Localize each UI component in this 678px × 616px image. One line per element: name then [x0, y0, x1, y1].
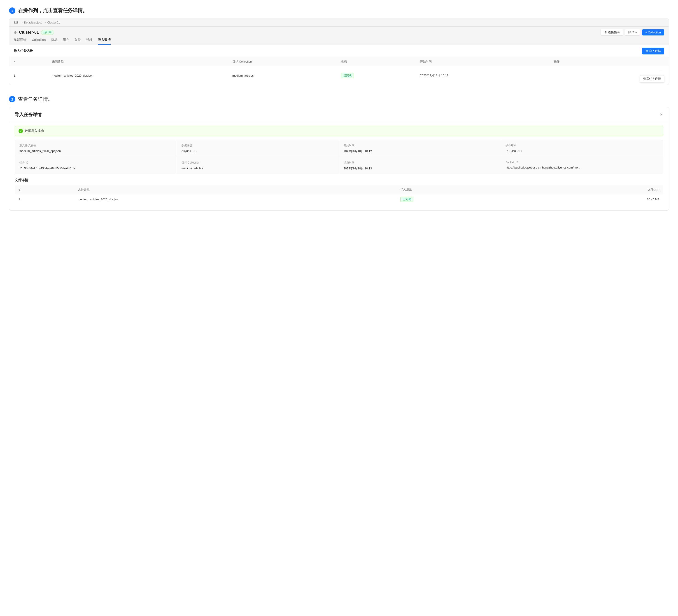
success-icon: ✓: [18, 129, 23, 133]
cluster-panel: 123 > Default project > Cluster-01 ⊕ Clu…: [9, 19, 669, 85]
end-time-label: 结束时间: [344, 161, 496, 165]
operator-label: 操作用户: [505, 144, 658, 147]
info-operator: 操作用户 RESTful-API: [501, 140, 663, 157]
tab-migrate[interactable]: 迁移: [86, 36, 92, 45]
status-badge: 已完成: [341, 73, 354, 78]
files-col-id: #: [15, 185, 74, 194]
end-time-value: 2023年9月18日 10:13: [344, 167, 496, 171]
info-bucket-uri: Bucket URI https://publicdataset.oss-cn-…: [501, 157, 663, 174]
cell-status: 已完成: [336, 66, 415, 85]
info-data-source: 数据来源 Aliyun OSS: [177, 140, 339, 157]
cluster-title-bar: ⊕ Cluster-01 运行中 🖥 连接指南 操作 ▾ + Collectio…: [9, 27, 669, 36]
step2-header: 2 查看任务详情。: [9, 96, 669, 103]
start-time-label: 开始时间: [344, 144, 496, 147]
cell-id: 1: [9, 66, 47, 85]
step2-title: 查看任务详情。: [18, 96, 53, 103]
files-table-row: 1 medium_articles_2020_dpr.json 已完成 60.4…: [15, 194, 663, 205]
table-section-title: 导入任务记录: [14, 49, 33, 53]
start-time-value: 2023年9月18日 10:12: [344, 149, 496, 153]
cluster-name: Cluster-01: [19, 30, 39, 35]
bucket-uri-value: https://publicdataset.oss-cn-hangzhou.al…: [505, 166, 658, 169]
files-section-title: 文件详情: [15, 178, 663, 182]
task-id-value: 71c96c84-dc1b-4364-aa64-2580d7a9d15a: [20, 167, 172, 170]
bucket-uri-label: Bucket URI: [505, 161, 658, 164]
cell-start-time: 2023年9月18日 10:12: [415, 66, 549, 85]
cluster-status-badge: 运行中: [41, 30, 54, 35]
source-file-label: 源文件/文件夹: [20, 144, 172, 147]
col-header-target: 目标 Collection: [228, 58, 336, 66]
success-banner: ✓ 数据导入成功: [15, 126, 663, 136]
files-section: 文件详情 # 文件分批 导入进度 文件大小 1 medium_articles_…: [15, 178, 663, 205]
step2-circle: 2: [9, 96, 15, 102]
col-header-start-time: 开始时间: [415, 58, 549, 66]
files-cell-id: 1: [15, 194, 74, 205]
cluster-icon: ⊕: [14, 30, 17, 35]
cluster-actions: 🖥 连接指南 操作 ▾ + Collection: [601, 29, 664, 36]
breadcrumb-sep-2: >: [44, 21, 46, 24]
detail-title: 导入任务详情: [15, 112, 42, 118]
step1-header: 1 在操作列，点击查看任务详情。: [9, 7, 669, 14]
breadcrumb-item-2: Default project: [24, 21, 42, 24]
import-icon: ⊞: [645, 49, 648, 53]
cluster-tabs: 集群详情 Collection 指标 用户 备份 迁移 导入数据: [9, 36, 669, 45]
cell-source: medium_articles_2020_dpr.json: [47, 66, 228, 85]
breadcrumb-sep-1: >: [21, 21, 22, 24]
target-collection-value: medium_articles: [182, 167, 334, 170]
files-table: # 文件分批 导入进度 文件大小 1 medium_articles_2020_…: [15, 185, 663, 205]
step1-title: 在操作列，点击查看任务详情。: [18, 7, 87, 14]
target-collection-label: 目标 Collection: [182, 161, 334, 165]
tab-import[interactable]: 导入数据: [98, 36, 111, 45]
tab-users[interactable]: 用户: [63, 36, 69, 45]
cell-target: medium_articles: [228, 66, 336, 85]
tab-metrics[interactable]: 指标: [51, 36, 58, 45]
collection-button[interactable]: + Collection: [642, 29, 664, 35]
view-task-detail-item[interactable]: 查看任务详情: [640, 75, 664, 82]
connect-icon: 🖥: [604, 31, 607, 34]
step2-section: 2 查看任务详情。 导入任务详情 × ✓ 数据导入成功 源文件/文件夹 medi…: [9, 96, 669, 211]
info-source-file: 源文件/文件夹 medium_articles_2020_dpr.json: [15, 140, 177, 157]
breadcrumb: 123 > Default project > Cluster-01: [9, 19, 669, 27]
import-data-button[interactable]: ⊞ 导入数据: [642, 48, 664, 55]
files-status-badge: 已完成: [400, 197, 413, 202]
detail-panel: 导入任务详情 × ✓ 数据导入成功 源文件/文件夹 medium_article…: [9, 107, 669, 211]
more-actions-button[interactable]: ···: [658, 68, 664, 73]
data-source-label: 数据来源: [182, 144, 334, 147]
files-cell-size: 60.45 MB: [531, 194, 663, 205]
cluster-name-group: ⊕ Cluster-01 运行中: [14, 30, 54, 35]
table-toolbar: 导入任务记录 ⊞ 导入数据: [9, 45, 669, 57]
files-cell-batch: medium_articles_2020_dpr.json: [74, 194, 397, 205]
step1-circle: 1: [9, 7, 15, 14]
files-col-progress: 导入进度: [397, 185, 531, 194]
info-end-time: 结束时间 2023年9月18日 10:13: [339, 157, 501, 174]
operator-value: RESTful-API: [505, 149, 658, 153]
breadcrumb-item-1: 123: [14, 21, 18, 24]
tab-collection[interactable]: Collection: [32, 36, 46, 45]
detail-info-grid: 源文件/文件夹 medium_articles_2020_dpr.json 数据…: [15, 140, 663, 174]
actions-button[interactable]: 操作 ▾: [625, 29, 640, 36]
files-col-batch: 文件分批: [74, 185, 397, 194]
info-start-time: 开始时间 2023年9月18日 10:12: [339, 140, 501, 157]
task-id-label: 任务 ID: [20, 161, 172, 165]
breadcrumb-item-3: Cluster-01: [47, 21, 60, 24]
cell-action: ··· 查看任务详情: [549, 66, 669, 85]
tab-backup[interactable]: 备份: [75, 36, 81, 45]
info-task-id: 任务 ID 71c96c84-dc1b-4364-aa64-2580d7a9d1…: [15, 157, 177, 174]
col-header-source: 来源路径: [47, 58, 228, 66]
data-source-value: Aliyun OSS: [182, 149, 334, 153]
tab-cluster-detail[interactable]: 集群详情: [14, 36, 27, 45]
files-col-size: 文件大小: [531, 185, 663, 194]
success-message: 数据导入成功: [25, 129, 44, 133]
table-row: 1 medium_articles_2020_dpr.json medium_a…: [9, 66, 669, 85]
info-target-collection: 目标 Collection medium_articles: [177, 157, 339, 174]
source-file-value: medium_articles_2020_dpr.json: [20, 149, 172, 153]
close-button[interactable]: ×: [659, 111, 663, 118]
col-header-action: 操作: [549, 58, 669, 66]
import-tasks-table: # 来源路径 目标 Collection 状态 开始时间 操作 1 medium…: [9, 57, 669, 85]
connect-button[interactable]: 🖥 连接指南: [601, 29, 623, 36]
col-header-status: 状态: [336, 58, 415, 66]
files-cell-progress: 已完成: [397, 194, 531, 205]
detail-header: 导入任务详情 ×: [9, 107, 669, 122]
col-header-id: #: [9, 58, 47, 66]
chevron-down-icon: ▾: [635, 31, 637, 34]
